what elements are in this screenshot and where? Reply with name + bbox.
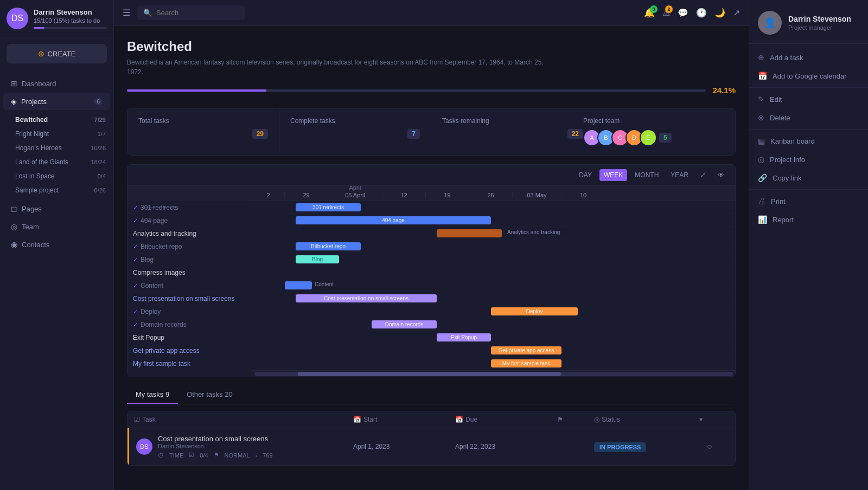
share-icon[interactable]: ↗ xyxy=(733,8,740,18)
project-name: Land of the Giants xyxy=(15,158,91,166)
calendar-icon: 📅 xyxy=(353,416,361,423)
notification-bell-icon[interactable]: 🔔3 xyxy=(644,8,655,18)
task-name: 404 page xyxy=(141,217,168,224)
right-menu-delete[interactable]: ⊗ Delete xyxy=(749,108,868,127)
sidebar-nav: ⊞ Dashboard ◈ Projects 6 Bewitched 7/29 … xyxy=(0,70,113,490)
right-menu-project-info[interactable]: ◎ Project info xyxy=(749,150,868,169)
menu-icon[interactable]: ☰ xyxy=(123,8,130,18)
gantt-row: Analytics and tracking xyxy=(252,227,735,240)
complete-tasks-badge: 7 xyxy=(407,129,420,139)
gantt-row: Cost presentation on small screens xyxy=(252,292,735,305)
sidebar-item-pages[interactable]: ◻ Pages xyxy=(3,200,110,217)
project-count: 0/4 xyxy=(98,173,106,179)
main-content: ☰ 🔍 🔔3 ⚠2 💬 🕐 🌙 ↗ Bewitched Bewitched is… xyxy=(114,0,868,490)
add-task-icon: ⊕ xyxy=(758,53,764,62)
search-box[interactable]: 🔍 xyxy=(137,5,245,20)
tab-my-tasks[interactable]: My tasks 9 xyxy=(127,386,178,404)
gantt-scrollbar[interactable] xyxy=(252,370,735,377)
right-menu-add-calendar[interactable]: 📅 Add to Google calendar xyxy=(749,67,868,85)
gantt-bar-301: 301 redirects xyxy=(296,203,361,211)
col-label: Due xyxy=(465,416,477,423)
project-item-land-of-giants[interactable]: Land of the Giants 18/24 xyxy=(0,155,113,169)
col-due: 📅 Due xyxy=(455,416,553,423)
user-progress-fill xyxy=(34,27,44,29)
right-menu-copy-link[interactable]: 🔗 Copy link xyxy=(749,169,868,187)
views-icon: › xyxy=(256,452,258,459)
gantt-scroll-thumb xyxy=(298,372,561,376)
gantt-task-row: ✓301 redirects xyxy=(127,201,252,214)
view-week-button[interactable]: WEEK xyxy=(599,169,627,181)
stat-label: Project team xyxy=(583,117,724,125)
gantt-date-label: 26 xyxy=(469,192,513,198)
moon-icon[interactable]: 🌙 xyxy=(714,8,725,18)
gantt-row: Bitbucket repo xyxy=(252,240,735,253)
pages-icon: ◻ xyxy=(11,204,17,213)
project-item-fright-night[interactable]: Fright Night 1/7 xyxy=(0,127,113,141)
expand-button[interactable]: ⤢ xyxy=(696,169,710,181)
create-button[interactable]: ⊕ CREATE xyxy=(7,44,107,63)
task-name[interactable]: Cost presentation on small screens xyxy=(158,435,273,443)
sidebar-item-projects[interactable]: ◈ Projects 6 xyxy=(3,93,110,110)
task-name: Content xyxy=(141,282,163,289)
menu-divider xyxy=(749,87,868,88)
task-radio[interactable]: ○ xyxy=(707,442,712,451)
task-status-cell: IN PROGRESS xyxy=(594,443,703,451)
right-panel-user-role: Project manager xyxy=(788,24,851,31)
clock-icon[interactable]: 🕐 xyxy=(696,8,707,18)
stat-total-tasks: Total tasks 29 xyxy=(127,108,279,155)
stat-team: Project team A B C D E 5 xyxy=(583,117,724,146)
check-icon: ✓ xyxy=(133,308,138,315)
view-month-button[interactable]: MONTH xyxy=(630,169,663,181)
team-icon: ◎ xyxy=(11,222,17,231)
gantt-rows-area: 301 redirects 404 page Analytics and tra… xyxy=(252,201,735,377)
table-row: DS Cost presentation on small screens Da… xyxy=(127,428,735,466)
task-radio-cell[interactable]: ○ xyxy=(707,442,729,452)
tab-other-tasks[interactable]: Other tasks 20 xyxy=(178,386,241,404)
view-day-button[interactable]: DAY xyxy=(575,169,596,181)
gantt-bar-sample: My first sample task xyxy=(491,359,561,368)
col-label: Task xyxy=(142,416,156,423)
right-panel-user: 👤 Darrin Stevenson Project manager xyxy=(749,0,868,44)
search-input[interactable] xyxy=(156,9,239,17)
team-avatars: A B C D E xyxy=(583,129,657,146)
gantt-bar-cost: Cost presentation on small screens xyxy=(296,294,437,302)
sidebar-item-dashboard[interactable]: ⊞ Dashboard xyxy=(3,75,110,92)
task-avatar: DS xyxy=(136,439,152,455)
gantt-row: Exit Popup xyxy=(252,331,735,344)
project-item-lost-in-space[interactable]: Lost in Space 0/4 xyxy=(0,169,113,183)
task-user-cell: DS Cost presentation on small screens Da… xyxy=(136,435,349,459)
sidebar-item-team[interactable]: ◎ Team xyxy=(3,218,110,235)
search-icon: 🔍 xyxy=(143,9,152,17)
projects-icon: ◈ xyxy=(11,97,17,106)
chat-icon[interactable]: 💬 xyxy=(678,8,688,18)
sidebar-item-contacts[interactable]: ◉ Contacts xyxy=(3,236,110,253)
subtask-count: 0/4 xyxy=(200,452,208,459)
right-menu-add-task[interactable]: ⊕ Add a task xyxy=(749,48,868,67)
task-row-wrapper: DS Cost presentation on small screens Da… xyxy=(127,428,735,466)
right-menu-report[interactable]: 📊 Report xyxy=(749,210,868,229)
project-item-hogans-heroes[interactable]: Hogan's Heroes 10/26 xyxy=(0,141,113,155)
bell-badge: 3 xyxy=(650,5,658,13)
stat-value: 29 xyxy=(138,129,268,139)
project-item-bewitched[interactable]: Bewitched 7/29 xyxy=(0,113,113,127)
hide-button[interactable]: 👁 xyxy=(713,169,729,181)
view-year-button[interactable]: YEAR xyxy=(666,169,693,181)
gantt-task-row: ✓Domain records xyxy=(127,318,252,331)
priority-label: NORMAL xyxy=(225,452,250,459)
user-tasks: 15/100 (15%) tasks to do xyxy=(34,17,107,24)
dashboard-icon: ⊞ xyxy=(11,79,17,88)
right-menu-print[interactable]: 🖨 Print xyxy=(749,192,868,210)
contacts-icon: ◉ xyxy=(11,240,17,249)
menu-item-label: Edit xyxy=(770,95,859,104)
menu-item-label: Add to Google calendar xyxy=(773,72,859,80)
priority-icon: ⚑ xyxy=(557,416,563,423)
progress-percentage: 24.1 xyxy=(712,86,728,95)
alerts-icon[interactable]: ⚠2 xyxy=(662,8,670,18)
create-icon: ⊕ xyxy=(38,49,44,58)
right-menu-edit[interactable]: ✎ Edit xyxy=(749,90,868,108)
right-menu-kanban[interactable]: ▦ Kanban board xyxy=(749,132,868,150)
col-start: 📅 Start xyxy=(353,416,451,423)
gantt-row: 404 page xyxy=(252,214,735,227)
project-item-sample[interactable]: Sample project 0/26 xyxy=(0,183,113,197)
subtask-icon: ☑ xyxy=(189,452,194,459)
